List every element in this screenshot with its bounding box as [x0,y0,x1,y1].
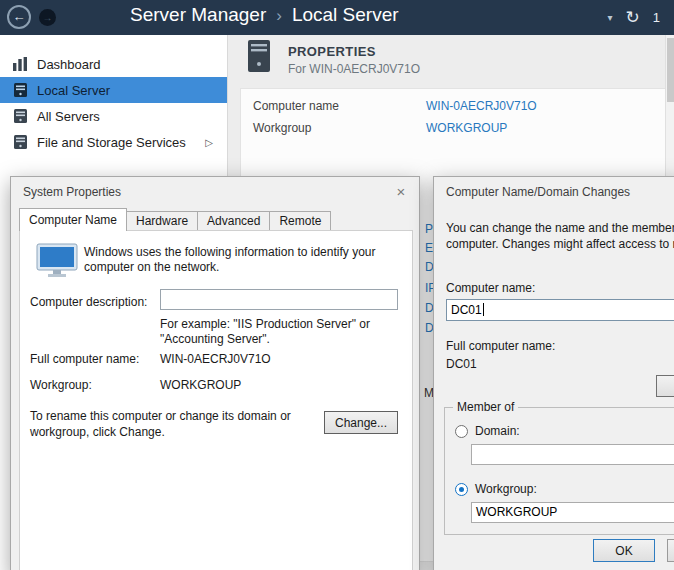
property-row: Workgroup WORKGROUP [253,121,507,135]
server-manager-window: ← → Server Manager›Local Server ▾ ↻ 1 Da… [0,0,674,570]
tab-advanced[interactable]: Advanced [197,211,270,230]
workgroup-radio-label: Workgroup: [475,482,537,496]
forward-arrow-icon: → [43,12,53,23]
close-icon[interactable]: × [391,182,411,202]
tab-computer-name[interactable]: Computer Name [19,208,127,231]
computer-name-input[interactable]: DC01 [446,299,674,321]
servers-icon [13,109,28,123]
workgroup-link[interactable]: WORKGROUP [426,121,507,135]
computer-name-link[interactable]: WIN-0AECRJ0V71O [426,99,537,113]
tab-remote[interactable]: Remote [269,211,331,230]
domain-input[interactable] [471,444,674,465]
server-icon [13,83,28,97]
breadcrumb-separator: › [276,6,282,25]
domain-radio-icon[interactable] [455,425,468,438]
breadcrumb-current-page[interactable]: Local Server [292,4,399,25]
sidebar-item-label: File and Storage Services [37,135,186,150]
back-button[interactable]: ← [7,5,31,29]
properties-server-icon [248,40,270,76]
dialog-title: System Properties [23,185,121,199]
property-label: Workgroup [253,121,426,135]
title-bar: ← → Server Manager›Local Server ▾ ↻ 1 [0,0,674,35]
domain-radio-row[interactable]: Domain: [455,424,520,438]
full-computer-name-label: Full computer name: [446,339,555,353]
ok-button[interactable]: OK [593,539,655,562]
system-properties-dialog: System Properties × Computer Name Hardwa… [10,176,420,570]
workgroup-radio-row[interactable]: Workgroup: [455,482,537,496]
properties-heading: PROPERTIES [288,44,376,59]
identify-info-text: Windows uses the following information t… [84,245,406,275]
computer-name-tab-page: Windows uses the following information t… [19,230,413,570]
workgroup-input-value: WORKGROUP [476,505,557,519]
more-button[interactable] [656,375,674,397]
breadcrumb-app-title[interactable]: Server Manager [130,4,266,25]
refresh-icon[interactable]: ↻ [626,9,640,26]
workgroup-label: Workgroup: [30,378,92,392]
chevron-right-icon[interactable]: ▷ [205,137,213,148]
cancel-button[interactable] [667,539,674,562]
caret-down-icon[interactable]: ▾ [607,12,612,23]
properties-subtitle: For WIN-0AECRJ0V71O [288,62,420,76]
property-label: Computer name [253,99,426,113]
forward-button[interactable]: → [39,9,56,26]
topbar-actions: ▾ ↻ 1 [607,0,660,35]
sidebar-item-file-storage-services[interactable]: File and Storage Services ▷ [0,129,227,155]
breadcrumb: Server Manager›Local Server [130,4,399,26]
workgroup-value: WORKGROUP [160,378,241,392]
workgroup-radio-icon[interactable] [455,483,468,496]
monitor-icon [36,243,78,283]
computer-description-label: Computer description: [30,295,147,309]
rename-hint-text: To rename this computer or change its do… [30,408,308,440]
sidebar-item-dashboard[interactable]: Dashboard [0,51,227,77]
sidebar-item-local-server[interactable]: Local Server [0,77,227,103]
dashboard-icon [13,57,28,71]
domain-radio-label: Domain: [475,424,520,438]
computer-description-input[interactable] [160,289,398,310]
computer-name-label: Computer name: [446,281,535,295]
change-info-text-line2: computer. Changes might affect access to… [446,237,674,251]
notification-count[interactable]: 1 [653,10,660,25]
change-button[interactable]: Change... [324,411,398,434]
sidebar-item-label: All Servers [37,109,100,124]
full-computer-name-value: DC01 [446,357,477,371]
full-computer-name-label: Full computer name: [30,352,139,366]
sidebar-item-label: Dashboard [37,57,101,72]
storage-icon [13,135,28,149]
member-of-legend: Member of [453,400,518,414]
workgroup-input[interactable]: WORKGROUP [471,502,674,523]
change-info-text-line1: You can change the name and the membersh… [446,221,674,235]
property-row: Computer name WIN-0AECRJ0V71O [253,99,537,113]
sidebar-item-label: Local Server [37,83,110,98]
tab-hardware[interactable]: Hardware [126,211,198,230]
scrollbar-thumb[interactable] [667,38,674,102]
member-of-groupbox: Member of Domain: Workgroup: WORKGROUP [444,407,674,535]
sidebar-item-all-servers[interactable]: All Servers [0,103,227,129]
computer-name-input-value: DC01 [451,303,482,317]
tab-strip: Computer Name Hardware Advanced Remote [19,208,330,231]
description-example-text: For example: "IIS Production Server" or … [160,317,386,347]
computer-name-domain-changes-dialog: Computer Name/Domain Changes You can cha… [433,176,674,570]
full-computer-name-value: WIN-0AECRJ0V71O [160,352,271,366]
text-cursor [483,303,484,316]
back-arrow-icon: ← [13,9,26,24]
dialog-title: Computer Name/Domain Changes [446,185,630,199]
